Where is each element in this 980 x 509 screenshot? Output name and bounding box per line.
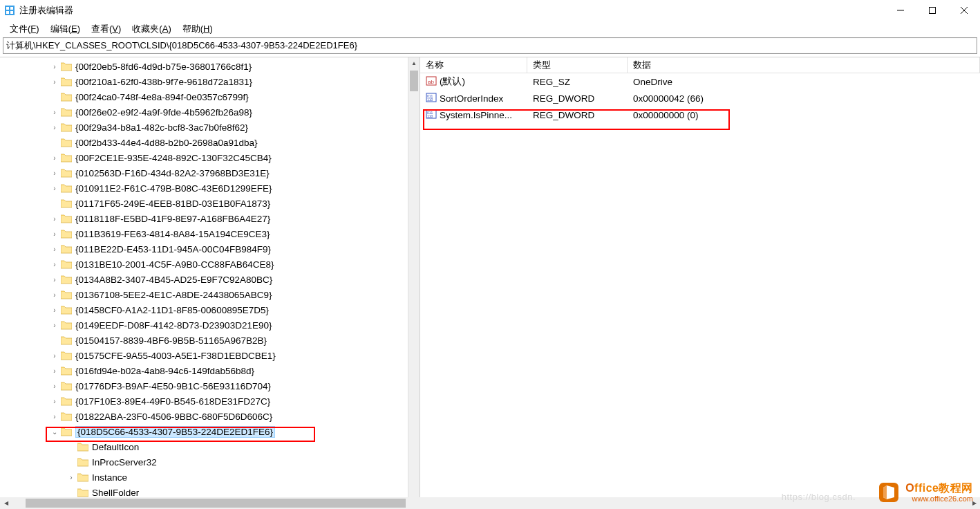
menu-file[interactable]: 文件(F)	[4, 21, 45, 37]
scroll-thumb[interactable]	[410, 71, 418, 91]
expander-icon[interactable]: ›	[50, 413, 59, 420]
maximize-button[interactable]	[916, 0, 948, 21]
tree-item[interactable]: ›{0102563D-F16D-434d-82A2-37968BD3E31E}	[0, 165, 420, 181]
expander-icon[interactable]: ›	[50, 367, 59, 375]
expander-icon[interactable]: ⌄	[50, 428, 59, 436]
tree-item[interactable]: ›{00f26e02-e9f2-4a9f-9fde-4b5962fb26a98}	[0, 104, 420, 120]
tree-item-label: {0134A8B2-3407-4B45-AD25-E9F7C92A80BC}	[75, 275, 272, 285]
hscroll-thumb[interactable]	[26, 499, 406, 508]
tree-item-label: {01504157-8839-4BF6-9B5B-51165A967B2B}	[75, 335, 267, 346]
svg-rect-6	[930, 8, 936, 14]
minimize-button[interactable]	[885, 0, 916, 21]
value-row[interactable]: 011110SortOrderIndexREG_DWORD0x00000042 …	[420, 90, 980, 107]
title-bar: 注册表编辑器	[0, 0, 980, 21]
horizontal-scrollbar[interactable]: ◀ ▶	[0, 497, 980, 509]
expander-icon[interactable]: ›	[50, 124, 59, 131]
column-header-type[interactable]: 类型	[527, 57, 628, 73]
tree-item-label: {01367108-5EE2-4E1C-A8DE-24438065ABC9}	[75, 290, 272, 300]
tree-item[interactable]: ›{01776DF3-B9AF-4E50-9B1C-56E93116D704}	[0, 378, 420, 394]
column-header-name[interactable]: 名称	[420, 57, 527, 73]
tree-vertical-scrollbar[interactable]: ▲ ▼	[408, 57, 420, 509]
expander-icon[interactable]: ›	[50, 154, 59, 162]
tree-item[interactable]: ›{011BE22D-E453-11D1-945A-00C04FB984F9}	[0, 241, 420, 257]
tree-item[interactable]: {01171F65-249E-4EEB-81BD-03E1B0FA1873}	[0, 196, 420, 211]
menu-help[interactable]: 帮助(H)	[177, 21, 218, 37]
expander-icon[interactable]: ›	[50, 261, 59, 268]
svg-text:110: 110	[427, 98, 433, 102]
tree-child-item[interactable]: ›Instance	[0, 470, 420, 485]
value-data: 0x00000042 (66)	[628, 93, 980, 104]
tree-item-label: {016fd94e-b02a-4ab8-94c6-149fdab56b8d}	[75, 366, 254, 376]
scroll-left-button[interactable]: ◀	[0, 497, 12, 509]
expander-icon[interactable]: ›	[50, 306, 59, 314]
tree-item-label: {018D5C66-4533-4307-9B53-224DE2ED1FE6}	[75, 426, 275, 438]
expander-icon[interactable]: ›	[50, 230, 59, 238]
tree-item[interactable]: ›{0134A8B2-3407-4B45-AD25-E9F7C92A80BC}	[0, 272, 420, 287]
column-header-data[interactable]: 数据	[628, 57, 980, 73]
tree-item[interactable]: {00f2b433-44e4-4d88-b2b0-2698a0a91dba}	[0, 135, 420, 150]
tree-item-label: {00f26e02-e9f2-4a9f-9fde-4b5962fb26a98}	[75, 107, 252, 118]
tree-item[interactable]: ›{00f20eb5-8fd6-4d9d-b75e-36801766c8f1}	[0, 59, 420, 74]
expander-icon[interactable]: ›	[50, 398, 59, 405]
tree-item[interactable]: ›{01458CF0-A1A2-11D1-8F85-00600895E7D5}	[0, 302, 420, 317]
tree-item[interactable]: ›{017F10E3-89E4-49F0-B545-618DE31FD27C}	[0, 394, 420, 409]
tree-item-label: {00f2b433-44e4-4d88-b2b0-2698a0a91dba}	[75, 138, 258, 148]
expander-icon[interactable]: ›	[50, 78, 59, 86]
expander-icon[interactable]: ›	[50, 109, 59, 116]
tree-item[interactable]: {01504157-8839-4BF6-9B5B-51165A967B2B}	[0, 333, 420, 348]
scroll-track[interactable]	[408, 69, 420, 497]
tree-item[interactable]: ›{00F2CE1E-935E-4248-892C-130F32C45CB4}	[0, 150, 420, 165]
tree-item[interactable]: ›{00f210a1-62f0-438b-9f7e-9618d72a1831}	[0, 74, 420, 89]
scroll-up-button[interactable]: ▲	[408, 57, 420, 69]
expander-icon[interactable]: ›	[50, 63, 59, 71]
value-data: OneDrive	[628, 77, 980, 87]
tree-item-label: DefaultIcon	[92, 442, 139, 452]
close-button[interactable]	[948, 0, 980, 21]
tree-item[interactable]: ›{0149EEDF-D08F-4142-8D73-D23903D21E90}	[0, 317, 420, 333]
tree-item[interactable]: ›{01575CFE-9A55-4003-A5E1-F38D1EBDCBE1}	[0, 348, 420, 363]
tree-item-label: {0118118F-E5BD-41F9-8E97-A168FB6A4E27}	[75, 214, 270, 224]
value-name: SortOrderIndex	[440, 93, 503, 104]
tree-item[interactable]: ›{01367108-5EE2-4E1C-A8DE-24438065ABC9}	[0, 287, 420, 302]
address-bar[interactable]: 计算机\HKEY_CLASSES_ROOT\CLSID\{018D5C66-45…	[3, 37, 977, 54]
expander-icon[interactable]: ›	[50, 291, 59, 299]
tree-item-label: {01575CFE-9A55-4003-A5E1-F38D1EBDCBE1}	[75, 351, 276, 361]
tree-item[interactable]: ›{00f29a34-b8a1-482c-bcf8-3ac7b0fe8f62}	[0, 120, 420, 135]
value-row[interactable]: 011110System.IsPinne...REG_DWORD0x000000…	[420, 107, 980, 123]
expander-icon[interactable]: ›	[50, 382, 59, 390]
tree-child-item[interactable]: DefaultIcon	[0, 439, 420, 454]
tree-pane: ›{00f20eb5-8fd6-4d9d-b75e-36801766c8f1}›…	[0, 57, 420, 509]
expander-icon[interactable]: ›	[50, 185, 59, 192]
expander-icon[interactable]: ›	[50, 246, 59, 253]
tree-item[interactable]: ›{011B3619-FE63-4814-8A84-15A194CE9CE3}	[0, 226, 420, 241]
tree-item[interactable]: ›{0131BE10-2001-4C5F-A9B0-CC88FAB64CE8}	[0, 257, 420, 272]
tree-item-label: {00f29a34-b8a1-482c-bcf8-3ac7b0fe8f62}	[75, 122, 248, 133]
value-row[interactable]: ab(默认)REG_SZOneDrive	[420, 73, 980, 90]
expander-icon[interactable]: ›	[50, 276, 59, 284]
expander-icon[interactable]: ›	[66, 474, 76, 481]
tree-child-item[interactable]: InProcServer32	[0, 454, 420, 470]
expander-icon[interactable]: ›	[50, 215, 59, 223]
tree-item-label: {00f210a1-62f0-438b-9f7e-9618d72a1831}	[75, 77, 252, 87]
svg-rect-2	[10, 7, 13, 10]
menu-view[interactable]: 查看(V)	[86, 21, 126, 37]
menu-edit[interactable]: 编辑(E)	[45, 21, 86, 37]
expander-icon[interactable]: ›	[50, 169, 59, 177]
tree-item[interactable]: {00f24ca0-748f-4e8a-894f-0e0357c6799f}	[0, 89, 420, 104]
tree-item[interactable]: ›{01822ABA-23F0-4506-9BBC-680F5D6D606C}	[0, 409, 420, 424]
scroll-right-button[interactable]: ▶	[968, 497, 980, 509]
tree-item[interactable]: ›{010911E2-F61C-479B-B08C-43E6D1299EFE}	[0, 181, 420, 196]
tree-item[interactable]: ›{016fd94e-b02a-4ab8-94c6-149fdab56b8d}	[0, 363, 420, 378]
tree-item[interactable]: ⌄{018D5C66-4533-4307-9B53-224DE2ED1FE6}	[0, 424, 420, 439]
hscroll-track[interactable]	[12, 497, 968, 509]
expander-icon[interactable]: ›	[50, 352, 59, 360]
menu-favorites[interactable]: 收藏夹(A)	[126, 21, 176, 37]
tree-item-label: {0131BE10-2001-4C5F-A9B0-CC88FAB64CE8}	[75, 259, 274, 270]
tree-item[interactable]: ›{0118118F-E5BD-41F9-8E97-A168FB6A4E27}	[0, 211, 420, 226]
tree-item-label: {01822ABA-23F0-4506-9BBC-680F5D6D606C}	[75, 411, 272, 422]
value-data: 0x00000000 (0)	[628, 110, 980, 120]
value-name: System.IsPinne...	[440, 110, 512, 120]
binary-value-icon: 011110	[426, 92, 437, 105]
expander-icon[interactable]: ›	[50, 322, 59, 329]
tree-item-label: Instance	[92, 472, 127, 483]
